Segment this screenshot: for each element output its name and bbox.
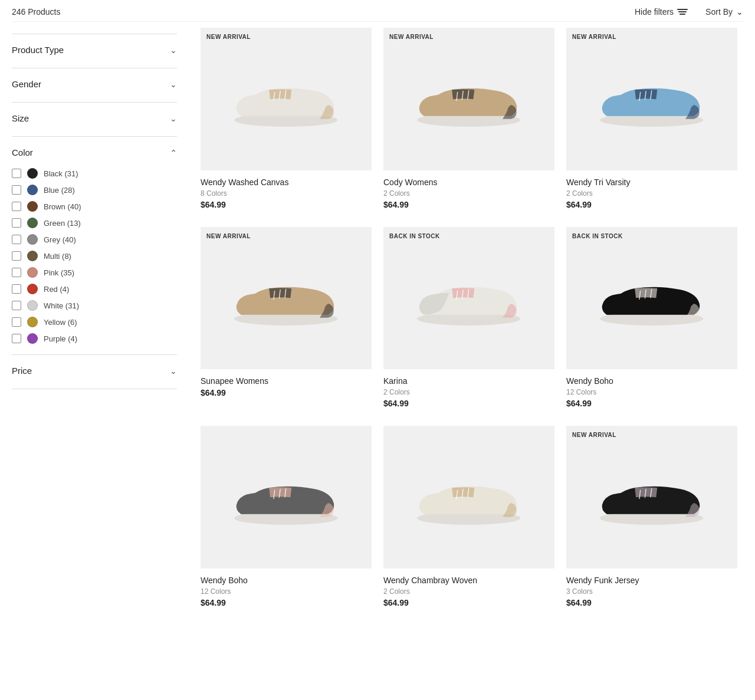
product-colors: 12 Colors: [201, 587, 372, 596]
chevron-down-icon: ⌄: [170, 45, 177, 55]
color-dot: [27, 168, 38, 179]
product-badge: NEW ARRIVAL: [206, 34, 251, 40]
color-checkbox[interactable]: [12, 317, 21, 327]
color-checkbox[interactable]: [12, 202, 21, 211]
product-card[interactable]: BACK IN STOCK Karina 2 Colors $64.99: [378, 227, 560, 426]
filter-header-price[interactable]: Price ⌄: [12, 366, 177, 378]
color-checkbox[interactable]: [12, 268, 21, 277]
product-image: [579, 238, 725, 359]
product-card[interactable]: NEW ARRIVAL Wendy Washed Canvas 8 Colors…: [195, 28, 378, 227]
hide-filters-button[interactable]: Hide filters: [635, 7, 688, 17]
product-name: Wendy Chambray Woven: [383, 576, 554, 585]
chevron-down-icon-price: ⌄: [170, 366, 177, 376]
product-image: [396, 436, 542, 557]
filter-section-color: Color ⌄ Black (31) Blue (28) Brown (40) …: [12, 136, 177, 354]
product-price: $64.99: [566, 399, 737, 408]
product-count: 246 Products: [12, 7, 61, 17]
product-image: [579, 38, 725, 159]
product-badge: NEW ARRIVAL: [389, 34, 434, 40]
product-name: Wendy Funk Jersey: [566, 576, 737, 585]
product-card[interactable]: NEW ARRIVAL Wendy Funk Jersey 3 Colors $…: [560, 426, 743, 625]
color-label: White (31): [44, 301, 79, 310]
products-grid: NEW ARRIVAL Wendy Washed Canvas 8 Colors…: [195, 28, 743, 625]
color-item[interactable]: Yellow (6): [12, 317, 177, 327]
product-card[interactable]: Wendy Boho 12 Colors $64.99: [195, 426, 378, 625]
filter-header-size[interactable]: Size ⌄: [12, 113, 177, 126]
color-item[interactable]: Brown (40): [12, 201, 177, 212]
product-image: [214, 436, 359, 557]
color-dot: [27, 267, 38, 278]
color-checkbox[interactable]: [12, 169, 21, 178]
color-checkbox[interactable]: [12, 251, 21, 261]
product-price: $64.99: [201, 388, 372, 397]
product-card[interactable]: Wendy Chambray Woven 2 Colors $64.99: [378, 426, 560, 625]
color-label: Red (4): [44, 285, 69, 294]
color-checkbox[interactable]: [12, 284, 21, 294]
product-card[interactable]: NEW ARRIVAL Sunapee Womens $64.99: [195, 227, 378, 426]
color-item[interactable]: Green (13): [12, 218, 177, 228]
color-checkbox[interactable]: [12, 218, 21, 228]
product-name: Wendy Boho: [566, 376, 737, 386]
filter-section-price: Price ⌄: [12, 354, 177, 389]
sort-by-button[interactable]: Sort By ⌄: [705, 7, 743, 17]
color-item[interactable]: Purple (4): [12, 333, 177, 344]
product-name: Karina: [383, 376, 554, 386]
product-badge: NEW ARRIVAL: [572, 34, 616, 40]
color-checkbox[interactable]: [12, 235, 21, 244]
color-item[interactable]: Red (4): [12, 284, 177, 294]
color-label: Yellow (6): [44, 318, 77, 327]
product-image-wrap: NEW ARRIVAL: [566, 426, 737, 568]
product-image-wrap: BACK IN STOCK: [383, 227, 554, 370]
product-colors: 2 Colors: [383, 388, 554, 396]
product-name: Cody Womens: [383, 178, 554, 187]
color-label: Grey (40): [44, 235, 76, 244]
product-price: $64.99: [383, 200, 554, 209]
product-name: Wendy Washed Canvas: [201, 178, 372, 187]
chevron-up-icon-color: ⌄: [170, 148, 177, 157]
product-image: [579, 436, 725, 557]
color-label: Multi (8): [44, 252, 71, 261]
product-badge: NEW ARRIVAL: [572, 432, 616, 438]
product-image: [214, 238, 359, 359]
color-label: Brown (40): [44, 202, 81, 211]
color-item[interactable]: Blue (28): [12, 185, 177, 195]
product-card[interactable]: BACK IN STOCK Wendy Boho 12 Colors $64.9…: [560, 227, 743, 426]
color-dot: [27, 284, 38, 294]
chevron-down-icon-size: ⌄: [170, 114, 177, 123]
color-dot: [27, 185, 38, 195]
color-item[interactable]: Pink (35): [12, 267, 177, 278]
filter-header-color[interactable]: Color ⌄: [12, 147, 177, 160]
color-checkbox[interactable]: [12, 301, 21, 310]
product-price: $64.99: [383, 598, 554, 607]
filter-header-product-type[interactable]: Product Type ⌄: [12, 45, 177, 57]
product-badge: BACK IN STOCK: [389, 233, 440, 239]
product-card[interactable]: NEW ARRIVAL Cody Womens 2 Colors $64.99: [378, 28, 560, 227]
color-item[interactable]: White (31): [12, 300, 177, 311]
color-dot: [27, 317, 38, 327]
color-item[interactable]: Multi (8): [12, 251, 177, 261]
product-badge: BACK IN STOCK: [572, 233, 623, 239]
hide-filters-label: Hide filters: [635, 7, 674, 17]
color-item[interactable]: Black (31): [12, 168, 177, 179]
product-image: [214, 38, 359, 159]
color-list: Black (31) Blue (28) Brown (40) Green (1…: [12, 168, 177, 344]
filter-title-product-type: Product Type: [12, 45, 64, 55]
product-name: Wendy Tri Varsity: [566, 178, 737, 187]
product-price: $64.99: [566, 200, 737, 209]
sort-by-label: Sort By: [705, 7, 733, 17]
filter-icon: [677, 9, 688, 15]
product-badge: NEW ARRIVAL: [206, 233, 251, 239]
color-label: Green (13): [44, 219, 81, 228]
filter-header-gender[interactable]: Gender ⌄: [12, 79, 177, 91]
color-checkbox[interactable]: [12, 334, 21, 343]
color-label: Pink (35): [44, 268, 74, 277]
product-image-wrap: NEW ARRIVAL: [201, 227, 372, 370]
filter-title-gender: Gender: [12, 79, 41, 89]
color-item[interactable]: Grey (40): [12, 234, 177, 245]
product-image-wrap: NEW ARRIVAL: [566, 28, 737, 170]
color-dot: [27, 251, 38, 261]
product-image-wrap: NEW ARRIVAL: [201, 28, 372, 170]
product-card[interactable]: NEW ARRIVAL Wendy Tri Varsity 2 Colors $…: [560, 28, 743, 227]
color-checkbox[interactable]: [12, 185, 21, 195]
product-price: $64.99: [383, 399, 554, 408]
